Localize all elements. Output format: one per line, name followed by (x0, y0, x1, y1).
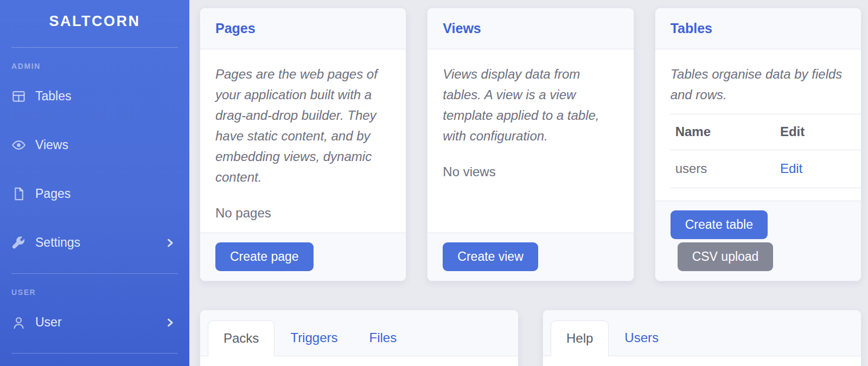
packs-triggers-files-card: Packs Triggers Files (200, 310, 519, 366)
views-description: Views display data from tables. A view i… (443, 64, 618, 146)
pages-card-title: Pages (215, 21, 256, 36)
main-content: Pages Pages are the web pages of your ap… (189, 0, 868, 366)
tables-card-body: Tables organise data by fields and rows.… (655, 49, 861, 201)
pages-card: Pages Pages are the web pages of your ap… (200, 8, 406, 281)
pages-card-body: Pages are the web pages of your applicat… (200, 49, 406, 233)
sidebar-item-views[interactable]: Views (0, 120, 189, 169)
sidebar-section-admin-label: ADMIN (0, 53, 189, 72)
chevron-right-icon (164, 237, 175, 248)
user-icon (11, 314, 28, 330)
pages-card-footer: Create page (200, 233, 406, 281)
divider (11, 353, 178, 354)
sidebar-item-tables[interactable]: Tables (0, 72, 189, 120)
tab-users[interactable]: Users (609, 320, 674, 356)
sidebar-item-label: Tables (35, 89, 71, 104)
chevron-right-icon (164, 317, 175, 328)
table-name-cell: users (671, 150, 775, 188)
sidebar: SALTCORN ADMIN Tables Views Pages Settin… (0, 0, 189, 366)
right-tab-panel (543, 356, 861, 366)
tab-packs[interactable]: Packs (208, 320, 275, 356)
sidebar-item-pages[interactable]: Pages (0, 169, 189, 218)
tables-list-header-row: Name Edit (671, 114, 861, 150)
csv-upload-button[interactable]: CSV upload (678, 242, 774, 271)
tab-triggers[interactable]: Triggers (275, 320, 353, 356)
edit-table-link[interactable]: Edit (780, 161, 802, 176)
bottom-cards-row: Packs Triggers Files Help Users (200, 310, 861, 366)
help-users-card: Help Users (542, 310, 861, 366)
column-header-name: Name (671, 114, 775, 150)
table-row: users Edit (671, 150, 861, 188)
views-card-body: Views display data from tables. A view i… (427, 49, 633, 233)
tables-list: Name Edit users Edit (671, 114, 861, 188)
file-icon (11, 186, 28, 201)
sidebar-item-settings[interactable]: Settings (0, 218, 189, 267)
pages-description: Pages are the web pages of your applicat… (215, 64, 391, 188)
app-brand[interactable]: SALTCORN (0, 0, 189, 41)
views-card-title: Views (443, 21, 481, 36)
divider (11, 273, 178, 274)
pages-empty-text: No pages (215, 203, 391, 223)
wrench-icon (11, 235, 28, 250)
sidebar-item-label: Settings (35, 235, 80, 250)
entity-cards-row: Pages Pages are the web pages of your ap… (200, 8, 861, 281)
left-tab-panel (200, 356, 518, 366)
sidebar-item-label: Views (35, 138, 68, 152)
pages-card-header: Pages (200, 8, 406, 49)
table-icon (11, 88, 28, 104)
eye-icon (11, 137, 28, 152)
create-table-button[interactable]: Create table (671, 210, 768, 239)
tables-description: Tables organise data by fields and rows. (671, 64, 846, 105)
column-header-edit: Edit (775, 114, 861, 150)
left-tab-bar: Packs Triggers Files (200, 310, 518, 356)
sidebar-item-label: User (35, 315, 62, 330)
tab-files[interactable]: Files (354, 320, 413, 356)
views-card: Views Views display data from tables. A … (427, 8, 634, 281)
views-empty-text: No views (443, 162, 618, 182)
tables-card-footer: Create table CSV upload (655, 201, 861, 281)
views-card-footer: Create view (427, 233, 633, 281)
create-view-button[interactable]: Create view (443, 242, 538, 271)
create-page-button[interactable]: Create page (215, 242, 314, 271)
tables-card-header: Tables (655, 8, 861, 49)
tab-help[interactable]: Help (551, 320, 609, 356)
views-card-header: Views (427, 8, 633, 49)
divider (11, 47, 178, 48)
tables-card-title: Tables (671, 21, 712, 36)
sidebar-section-user-label: USER (0, 279, 189, 298)
sidebar-item-label: Pages (35, 187, 71, 201)
tables-card: Tables Tables organise data by fields an… (655, 8, 861, 281)
right-tab-bar: Help Users (543, 310, 861, 356)
sidebar-item-user[interactable]: User (0, 298, 189, 346)
